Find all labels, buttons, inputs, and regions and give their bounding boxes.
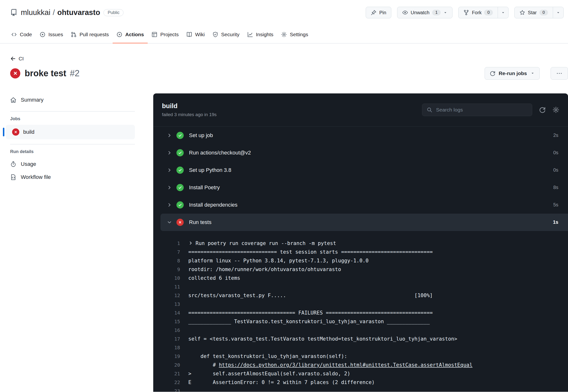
step-install-dependencies[interactable]: Install dependencies5s <box>153 196 568 214</box>
log-line-number[interactable]: 19 <box>153 352 188 361</box>
step-run-tests[interactable]: Run tests1s <box>161 214 568 231</box>
search-logs-input[interactable] <box>435 107 528 113</box>
log-line-text: E AssertionError: 0 != 2 within 7 places… <box>188 378 375 387</box>
rerun-jobs-button[interactable]: Re-run jobs <box>485 67 540 80</box>
step-name: Run tests <box>189 219 211 225</box>
sidebar-job-build[interactable]: build <box>6 125 135 139</box>
log-line-text: self = <tests.varasto_test.TestVarasto t… <box>188 335 457 343</box>
fork-dropdown-button[interactable] <box>498 7 508 18</box>
tab-wiki[interactable]: Wiki <box>182 26 209 43</box>
success-status-icon <box>177 201 184 209</box>
step-install-poetry[interactable]: Install Poetry8s <box>153 179 568 196</box>
check-icon <box>178 203 182 207</box>
log-line-11: 11 <box>153 282 568 291</box>
log-line-number[interactable]: 12 <box>153 291 188 300</box>
x-icon <box>12 70 18 76</box>
repo-nav-tabs: CodeIssuesPull requestsActionsProjectsWi… <box>0 26 568 43</box>
run-sidebar: Summary Jobs build Run details UsageWork… <box>10 93 135 184</box>
repo-name-link[interactable]: ohtuvarasto <box>57 8 100 17</box>
log-line-number[interactable]: 17 <box>153 335 188 343</box>
step-run-actions-checkout-v2[interactable]: Run actions/checkout@v20s <box>153 144 568 161</box>
tab-code[interactable]: Code <box>7 26 36 43</box>
check-icon <box>178 133 182 138</box>
step-duration: 0s <box>553 150 558 155</box>
search-icon <box>427 107 433 113</box>
x-icon <box>14 130 18 134</box>
log-line-number[interactable]: 16 <box>153 326 188 335</box>
refresh-logs-button[interactable] <box>539 106 546 113</box>
tab-settings[interactable]: Settings <box>277 26 312 43</box>
log-line-number[interactable]: 8 <box>153 256 188 265</box>
gear-icon <box>281 32 287 37</box>
tab-label: Projects <box>160 32 179 37</box>
run-options-button[interactable] <box>551 67 568 80</box>
log-line-number[interactable]: 9 <box>153 265 188 274</box>
selected-job-accent-bar <box>3 128 4 136</box>
check-icon <box>178 185 182 190</box>
log-url-link[interactable]: https://docs.python.org/3/library/unitte… <box>219 362 472 368</box>
caret-down-icon <box>531 71 535 75</box>
table-icon <box>151 32 157 37</box>
star-count-badge: 0 <box>539 10 548 15</box>
log-settings-button[interactable] <box>553 106 559 113</box>
step-duration: 0s <box>553 167 558 173</box>
graph-icon <box>247 32 253 37</box>
sidebar-item-summary[interactable]: Summary <box>10 93 135 106</box>
log-line-number[interactable]: 11 <box>153 282 188 291</box>
log-line-number[interactable]: 20 <box>153 361 188 369</box>
sidebar-item-workflow-file[interactable]: Workflow file <box>10 171 135 184</box>
jobs-list: build <box>10 125 135 139</box>
fork-button[interactable]: Fork 0 <box>458 7 498 18</box>
step-set-up-python-3-8[interactable]: Set up Python 3.80s <box>153 161 568 179</box>
job-name: build <box>162 102 217 110</box>
log-line-number[interactable]: 18 <box>153 343 188 352</box>
success-status-icon <box>177 184 184 191</box>
tab-label: Insights <box>256 32 273 37</box>
star-button[interactable]: Star 0 <box>514 7 553 18</box>
star-label: Star <box>528 10 537 15</box>
log-line-12: 12src/tests/varasto_test.py F..... [100%… <box>153 291 568 300</box>
step-name: Install Poetry <box>189 184 220 191</box>
run-page: CI broke test #2 Re-run jobs Summary Job… <box>0 43 568 392</box>
log-line-number[interactable]: 7 <box>153 248 188 256</box>
tab-label: Settings <box>290 32 308 37</box>
log-line-number[interactable]: 22 <box>153 378 188 387</box>
unwatch-button[interactable]: Unwatch 1 <box>397 7 452 18</box>
tab-actions[interactable]: Actions <box>113 26 148 43</box>
log-line-number[interactable]: 1 <box>153 239 188 248</box>
kebab-icon <box>556 70 562 77</box>
tab-label: Code <box>20 32 32 37</box>
log-line-number[interactable]: 13 <box>153 300 188 308</box>
job-log-header: build failed 3 minutes ago in 19s <box>153 93 568 127</box>
fork-count-badge: 0 <box>484 10 493 15</box>
rerun-jobs-label: Re-run jobs <box>499 70 527 76</box>
log-line-1: 1Run poetry run coverage run --branch -m… <box>153 239 568 248</box>
failure-status-icon <box>12 128 19 136</box>
tab-pull-requests[interactable]: Pull requests <box>67 26 113 43</box>
back-to-workflow-link[interactable]: CI <box>10 55 24 62</box>
tab-insights[interactable]: Insights <box>243 26 277 43</box>
repo-action-buttons: Pin Unwatch 1 Fork 0 <box>366 7 564 18</box>
run-title-row: broke test #2 Re-run jobs <box>10 66 568 80</box>
job-status-line: failed 3 minutes ago in 19s <box>162 112 217 117</box>
repo-owner-link[interactable]: mluukkai <box>21 8 50 17</box>
step-duration: 1s <box>553 219 558 225</box>
shield-icon <box>212 32 218 37</box>
step-set-up-job[interactable]: Set up job2s <box>153 127 568 144</box>
tab-label: Issues <box>48 32 63 37</box>
tab-projects[interactable]: Projects <box>148 26 182 43</box>
log-line-number[interactable]: 10 <box>153 274 188 282</box>
pin-button[interactable]: Pin <box>366 7 391 18</box>
star-dropdown-button[interactable] <box>553 7 564 18</box>
log-line-text: def test_konstruktori_luo_tyhjan_varasto… <box>188 352 347 361</box>
log-line-number[interactable]: 15 <box>153 317 188 326</box>
log-line-number[interactable]: 14 <box>153 308 188 317</box>
log-line-number[interactable]: 21 <box>153 369 188 378</box>
log-line-number[interactable]: 23 <box>153 387 188 392</box>
tab-security[interactable]: Security <box>209 26 243 43</box>
tab-issues[interactable]: Issues <box>36 26 67 43</box>
sidebar-item-usage[interactable]: Usage <box>10 158 135 171</box>
log-line-18: 18 <box>153 343 568 352</box>
run-number: #2 <box>70 68 79 78</box>
log-line-text: # https://docs.python.org/3/library/unit… <box>188 361 473 369</box>
